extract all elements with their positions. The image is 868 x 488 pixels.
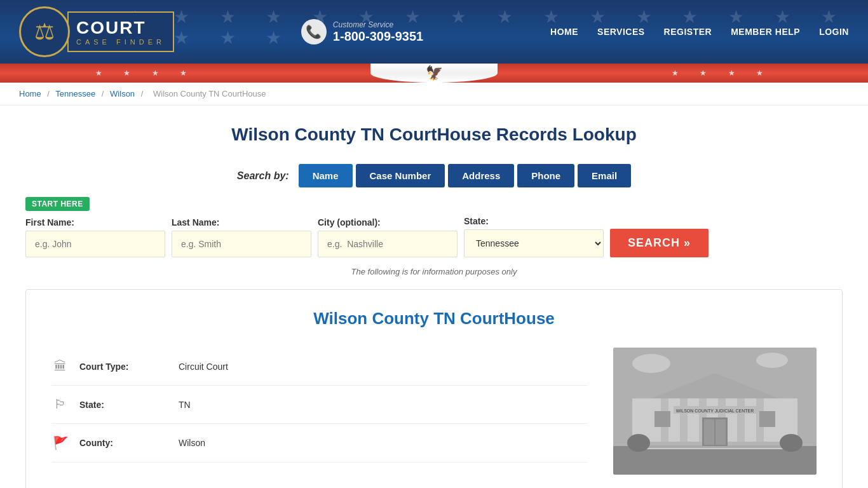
svg-rect-16	[759, 411, 775, 427]
first-name-label: First Name:	[25, 217, 165, 227]
site-header: COURT CASE FINDER 📞 Customer Service 1-8…	[0, 0, 868, 64]
eagle-emblem: 🦅	[426, 65, 443, 81]
state-label: State:	[464, 216, 604, 226]
svg-rect-8	[737, 398, 745, 446]
svg-rect-14	[715, 419, 726, 445]
city-group: City (optional):	[318, 217, 458, 257]
state-detail-value: TN	[179, 400, 191, 410]
detail-row-court-type: 🏛 Court Type: Circuit Court	[51, 348, 588, 386]
customer-service-label: Customer Service	[333, 20, 423, 29]
hero-ribbon: ★ ★ ★ ★ 🦅 ★ ★ ★ ★	[0, 64, 868, 83]
logo-text: COURT CASE FINDER	[67, 11, 174, 52]
tab-phone[interactable]: Phone	[517, 164, 574, 187]
courthouse-card: Wilson County TN CourtHouse 🏛 Court Type…	[25, 289, 843, 488]
breadcrumb-sep-3: /	[141, 89, 144, 98]
svg-rect-15	[654, 411, 670, 427]
start-here-badge: START HERE	[25, 197, 90, 211]
tab-case-number[interactable]: Case Number	[356, 164, 445, 187]
nav-login[interactable]: LOGIN	[819, 27, 849, 37]
first-name-input[interactable]	[25, 231, 165, 257]
breadcrumb: Home / Tennessee / Wilson / Wilson Count…	[0, 83, 868, 105]
courthouse-details: 🏛 Court Type: Circuit Court 🏳 State: TN …	[51, 348, 588, 475]
county-detail-value: Wilson	[179, 438, 205, 448]
nav-home[interactable]: HOME	[550, 27, 578, 37]
first-name-group: First Name:	[25, 217, 165, 257]
logo-icon	[19, 6, 70, 57]
tab-email[interactable]: Email	[578, 164, 631, 187]
court-type-value: Circuit Court	[179, 362, 228, 372]
breadcrumb-sep-2: /	[102, 89, 104, 98]
search-by-row: Search by: Name Case Number Address Phon…	[25, 164, 843, 187]
page-title: Wilson County TN CourtHouse Records Look…	[25, 125, 843, 145]
breadcrumb-current: Wilson County TN CourtHouse	[153, 89, 266, 98]
detail-row-state: 🏳 State: TN	[51, 386, 588, 424]
phone-number: 1-800-309-9351	[333, 29, 423, 43]
nav-register[interactable]: REGISTER	[664, 27, 712, 37]
logo-court-text: COURT	[76, 18, 165, 38]
courthouse-image: WILSON COUNTY JUDICIAL CENTER	[613, 348, 817, 475]
tab-address[interactable]: Address	[448, 164, 514, 187]
svg-point-22	[756, 353, 788, 368]
svg-text:WILSON COUNTY JUDICIAL CENTER: WILSON COUNTY JUDICIAL CENTER	[676, 409, 754, 413]
court-type-label: Court Type:	[79, 362, 168, 372]
logo-finder-text: CASE FINDER	[76, 38, 165, 46]
nav-member-help[interactable]: MEMBER HELP	[731, 27, 800, 37]
courthouse-info-area: 🏛 Court Type: Circuit Court 🏳 State: TN …	[51, 348, 817, 475]
city-label: City (optional):	[318, 217, 458, 227]
search-form-area: START HERE First Name: Last Name: City (…	[25, 197, 843, 257]
county-detail-label: County:	[79, 438, 168, 448]
last-name-label: Last Name:	[172, 217, 311, 227]
info-note: The following is for information purpose…	[25, 267, 843, 276]
nav-services[interactable]: SERVICES	[597, 27, 645, 37]
tab-name[interactable]: Name	[299, 164, 353, 187]
search-button[interactable]: SEARCH »	[610, 229, 709, 257]
breadcrumb-sep-1: /	[47, 89, 50, 98]
last-name-input[interactable]	[172, 231, 311, 257]
main-content: Wilson County TN CourtHouse Records Look…	[0, 105, 868, 488]
svg-rect-13	[704, 419, 714, 445]
search-by-label: Search by:	[237, 170, 289, 182]
logo-area: COURT CASE FINDER	[19, 6, 174, 57]
last-name-group: Last Name:	[172, 217, 311, 257]
svg-point-19	[627, 434, 650, 452]
main-nav: HOME SERVICES REGISTER MEMBER HELP LOGIN	[550, 27, 849, 37]
state-select[interactable]: Tennessee	[464, 229, 604, 257]
state-flag-icon: 🏳	[51, 397, 69, 412]
svg-point-20	[780, 434, 803, 452]
ribbon-stars-left: ★ ★ ★ ★	[95, 69, 196, 78]
detail-row-county: 🚩 County: Wilson	[51, 424, 588, 463]
breadcrumb-home[interactable]: Home	[19, 89, 41, 98]
phone-icon: 📞	[301, 19, 327, 44]
breadcrumb-state[interactable]: Tennessee	[55, 89, 95, 98]
ribbon-stars-right: ★ ★ ★ ★	[672, 69, 773, 78]
state-group: State: Tennessee	[464, 216, 604, 257]
courthouse-card-title: Wilson County TN CourtHouse	[51, 309, 817, 329]
phone-area: 📞 Customer Service 1-800-309-9351	[301, 19, 423, 44]
svg-rect-5	[680, 398, 688, 446]
phone-text: Customer Service 1-800-309-9351	[333, 20, 423, 44]
city-input[interactable]	[318, 231, 458, 257]
state-detail-label: State:	[79, 400, 168, 410]
breadcrumb-county[interactable]: Wilson	[110, 89, 135, 98]
court-type-icon: 🏛	[51, 359, 69, 374]
courthouse-svg: WILSON COUNTY JUDICIAL CENTER	[613, 348, 817, 475]
svg-point-21	[632, 354, 670, 373]
county-flag-icon: 🚩	[51, 435, 69, 451]
search-form-row: First Name: Last Name: City (optional): …	[25, 216, 843, 257]
